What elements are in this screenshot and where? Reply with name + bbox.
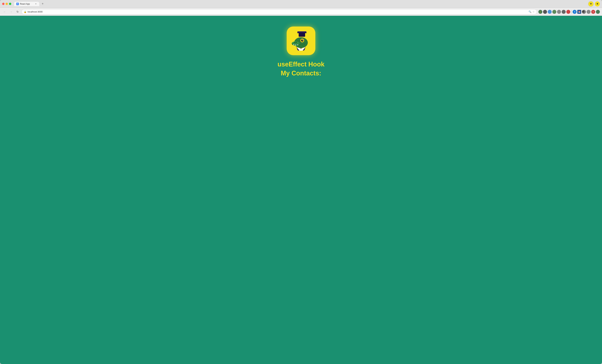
back-button[interactable]: ← bbox=[2, 9, 7, 14]
tab-close-button[interactable]: ✕ bbox=[35, 3, 37, 5]
bookmark-icon[interactable]: ☆ bbox=[532, 11, 535, 13]
close-button[interactable] bbox=[2, 3, 4, 5]
ext-icon-10[interactable] bbox=[587, 10, 591, 14]
add-circle-button[interactable]: + bbox=[588, 1, 594, 7]
traffic-lights bbox=[2, 3, 11, 5]
browser-window: R React App ✕ + + ☀ ← → ↻ 🔒 🔍 ☆ bbox=[0, 0, 602, 364]
svg-rect-0 bbox=[297, 31, 306, 33]
ext-icon-4[interactable] bbox=[552, 10, 556, 14]
page-content: useEffect Hook My Contacts: bbox=[0, 16, 602, 364]
svg-point-6 bbox=[294, 42, 295, 43]
extensions-row: 🐊 ℹ 📅 ⚙ ● bbox=[538, 10, 600, 14]
tab-favicon: R bbox=[16, 3, 19, 5]
tab-bar: R React App ✕ + bbox=[13, 2, 587, 6]
app-subheading: My Contacts: bbox=[281, 70, 321, 77]
reload-button[interactable]: ↻ bbox=[15, 9, 20, 14]
svg-point-17 bbox=[301, 44, 303, 45]
svg-point-13 bbox=[302, 40, 303, 41]
forward-button[interactable]: → bbox=[9, 9, 14, 14]
ext-icon-11[interactable]: ● bbox=[591, 10, 595, 14]
search-icon: 🔍 bbox=[528, 11, 531, 13]
address-input[interactable] bbox=[28, 11, 527, 13]
ext-icon-12[interactable] bbox=[596, 10, 600, 14]
svg-point-16 bbox=[299, 44, 301, 45]
ext-icon-1[interactable]: 🐊 bbox=[538, 10, 542, 14]
toolbar: ← → ↻ 🔒 🔍 ☆ 🐊 ℹ 📅 ⚙ bbox=[0, 8, 602, 16]
ext-icon-settings[interactable]: ⚙ bbox=[582, 10, 586, 14]
svg-point-12 bbox=[301, 39, 303, 42]
lock-icon: 🔒 bbox=[24, 11, 27, 13]
svg-rect-2 bbox=[297, 32, 307, 33]
maximize-button[interactable] bbox=[9, 3, 11, 5]
ext-icon-5[interactable] bbox=[557, 10, 561, 14]
active-tab[interactable]: R React App ✕ bbox=[14, 2, 39, 6]
sun-icon: ☀ bbox=[595, 1, 600, 6]
ext-icon-8[interactable]: ℹ bbox=[573, 10, 577, 14]
app-heading: useEffect Hook bbox=[278, 61, 324, 68]
svg-point-18 bbox=[303, 43, 305, 45]
ext-icon-2[interactable] bbox=[543, 10, 547, 14]
alligator-illustration bbox=[289, 29, 313, 53]
ext-icon-7[interactable] bbox=[566, 10, 570, 14]
ext-icon-6[interactable] bbox=[562, 10, 566, 14]
ext-icon-3[interactable] bbox=[548, 10, 552, 14]
tab-title-label: React App bbox=[20, 3, 30, 5]
svg-rect-1 bbox=[299, 33, 305, 37]
svg-point-7 bbox=[296, 42, 297, 43]
minimize-button[interactable] bbox=[6, 3, 8, 5]
ext-icon-9[interactable]: 📅 bbox=[577, 10, 581, 14]
new-tab-button[interactable]: + bbox=[40, 2, 45, 6]
app-logo bbox=[287, 27, 315, 55]
title-bar: R React App ✕ + + ☀ bbox=[0, 0, 602, 8]
address-bar-container: 🔒 🔍 ☆ bbox=[22, 9, 537, 14]
